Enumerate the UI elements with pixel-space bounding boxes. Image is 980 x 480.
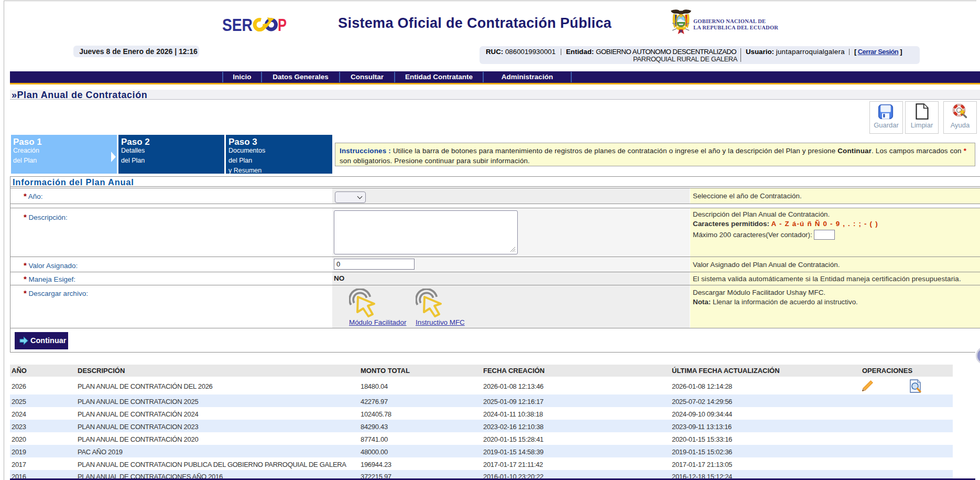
svg-text:P: P: [278, 15, 287, 34]
svg-text:SER: SER: [222, 15, 253, 34]
